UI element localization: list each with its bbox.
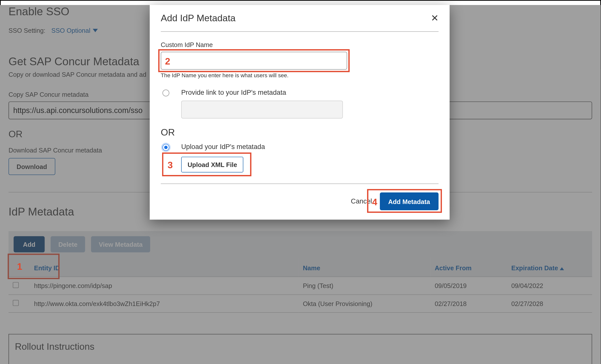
annotation-number-3: 3 xyxy=(168,160,173,171)
annotation-number-1: 1 xyxy=(17,261,22,272)
close-icon[interactable]: ✕ xyxy=(431,13,439,24)
modal-or-separator: OR xyxy=(161,127,439,138)
radio-provide-link[interactable] xyxy=(162,90,169,96)
annotation-number-2: 2 xyxy=(165,56,170,67)
idp-metadata-link-input[interactable] xyxy=(181,101,343,118)
modal-title: Add IdP Metadata xyxy=(161,13,236,24)
cancel-button[interactable]: Cancel xyxy=(351,198,372,205)
upload-xml-button[interactable]: Upload XML File xyxy=(181,157,243,172)
custom-idp-label: Custom IdP Name xyxy=(161,41,439,48)
radio-upload[interactable] xyxy=(162,144,169,151)
annotation-number-4: 4 xyxy=(372,197,377,208)
custom-idp-input[interactable] xyxy=(161,52,347,70)
radio-upload-label: Upload your IdP's metatada xyxy=(181,143,265,151)
radio-provide-link-label: Provide link to your IdP's metadata xyxy=(181,89,343,96)
add-idp-modal: Add IdP Metadata ✕ Custom IdP Name 2 The… xyxy=(150,5,450,220)
custom-idp-helper: The IdP Name you enter here is what user… xyxy=(161,72,439,79)
add-metadata-button[interactable]: Add Metadata xyxy=(380,192,439,210)
